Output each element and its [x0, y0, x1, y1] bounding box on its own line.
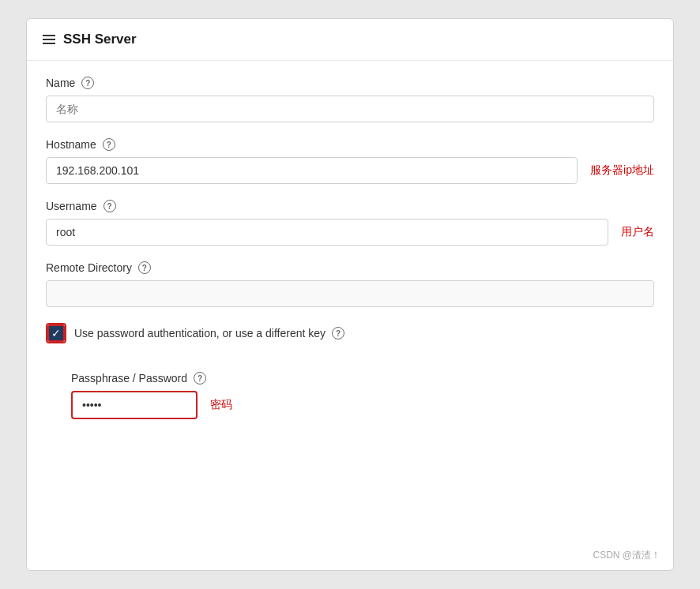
name-input[interactable]: [46, 96, 654, 122]
passphrase-section: Passphrase / Password ? 密码: [27, 372, 673, 435]
remote-directory-help-icon[interactable]: ?: [138, 261, 151, 274]
remote-directory-input[interactable]: [46, 280, 654, 307]
username-annotation: 用户名: [621, 225, 654, 239]
hostname-field-group: Hostname ? 服务器ip地址: [46, 138, 654, 184]
name-field-group: Name ?: [46, 77, 654, 122]
name-help-icon[interactable]: ?: [81, 77, 94, 89]
passphrase-label: Passphrase / Password ?: [46, 372, 654, 385]
watermark: CSDN @渣渣！: [593, 549, 660, 562]
use-password-auth-checkbox-wrapper: ✓: [46, 323, 66, 343]
checkmark-icon: ✓: [51, 328, 61, 339]
form-section: Name ? Hostname ? 服务器ip地址 Username ?: [27, 61, 673, 372]
username-input-row: 用户名: [46, 219, 654, 246]
hostname-help-icon[interactable]: ?: [103, 138, 115, 151]
use-password-auth-checkbox[interactable]: ✓: [47, 325, 65, 342]
ssh-server-panel: SSH Server Name ? Hostname ? 服务器ip地址: [26, 18, 674, 571]
passphrase-help-icon[interactable]: ?: [194, 372, 206, 385]
name-label: Name ?: [46, 77, 654, 89]
passphrase-input[interactable]: [71, 391, 198, 419]
passphrase-input-row: 密码: [71, 391, 654, 419]
hostname-input[interactable]: [46, 157, 578, 184]
passphrase-annotation: 密码: [210, 398, 232, 412]
remote-directory-field-group: Remote Directory ?: [46, 261, 654, 307]
use-password-auth-row: ✓ Use password authentication, or use a …: [46, 323, 654, 343]
hostname-input-row: 服务器ip地址: [46, 157, 654, 184]
hamburger-menu-icon[interactable]: [43, 35, 55, 44]
hostname-annotation: 服务器ip地址: [590, 163, 654, 178]
username-help-icon[interactable]: ?: [103, 200, 116, 212]
panel-title: SSH Server: [63, 32, 137, 47]
remote-directory-label: Remote Directory ?: [46, 261, 654, 274]
username-field-group: Username ? 用户名: [46, 200, 654, 246]
hostname-label: Hostname ?: [46, 138, 654, 151]
use-password-auth-help-icon[interactable]: ?: [332, 327, 344, 340]
passphrase-input-wrapper: 密码: [46, 391, 654, 419]
panel-header: SSH Server: [27, 19, 673, 61]
username-input[interactable]: [46, 219, 608, 246]
use-password-auth-label: Use password authentication, or use a di…: [74, 327, 344, 340]
username-label: Username ?: [46, 200, 654, 212]
